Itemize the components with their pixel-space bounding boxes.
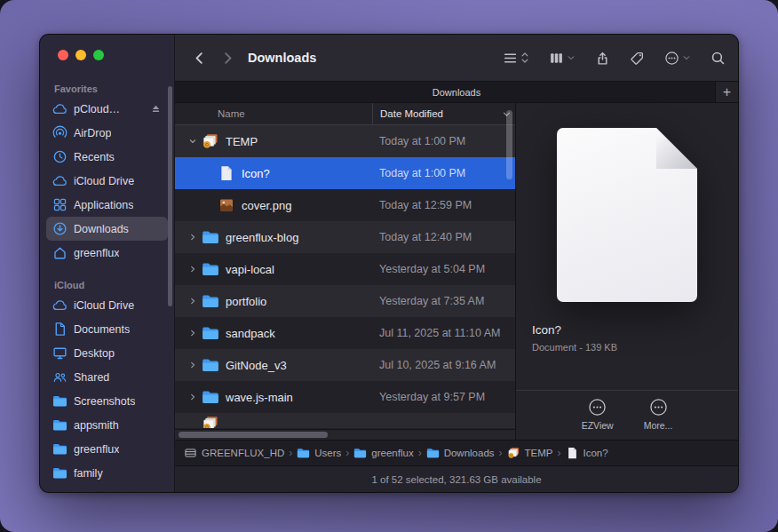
preview-action-label: EZView [582,420,614,431]
sidebar-item-downloads[interactable]: Downloads [46,217,168,241]
file-row-gitnode-v3[interactable]: GitNode_v3Jul 10, 2025 at 9:16 AM [175,349,515,381]
traffic-lights [40,35,174,75]
toolbar-list-view-button[interactable] [503,51,529,66]
folder-icon [426,447,440,459]
horizontal-scrollbar[interactable] [179,432,328,438]
toolbar: Downloads [175,35,738,81]
preview-action-label: More... [644,420,673,431]
file-doc-icon [218,165,235,181]
preview-pane: Icon? Document - 139 KB EZViewMore... [516,103,738,440]
sidebar-item-greenflux[interactable]: greenflux [46,241,168,265]
file-date-modified: Today at 1:00 PM [379,135,465,147]
tab-downloads[interactable]: Downloads [433,87,480,98]
sidebar-item-appsmith[interactable]: appsmith [46,413,168,437]
toolbar-tag-button[interactable] [630,51,645,66]
folder-icon [52,417,67,433]
sidebar-item-screenshots[interactable]: Screenshots [46,389,168,413]
path-item-greenflux[interactable]: greenflux [353,447,413,459]
preview-action-ezview[interactable]: EZView [582,398,614,431]
sidebar-section-title: iCloud [40,277,174,293]
preview-file-info: Document - 139 KB [532,342,738,353]
folder-icon [202,229,219,245]
column-header-date-label: Date Modified [380,108,443,119]
file-row-portfolio[interactable]: portfolioYesterday at 7:35 AM [175,285,515,317]
path-item-greenflux-hd[interactable]: GREENFLUX_HD [184,447,284,459]
minimize-button[interactable] [75,50,86,60]
file-row-vapi-local[interactable]: vapi-localYesterday at 5:04 PM [175,253,515,285]
file-row-wave-js-main[interactable]: wave.js-mainYesterday at 9:57 PM [175,381,515,413]
column-header-date-modified[interactable]: Date Modified [372,103,515,124]
file-doc-icon [566,447,579,459]
status-bar: 1 of 52 selected, 321.63 GB available [175,465,738,492]
sidebar-item-label: Shared [74,371,109,384]
forward-button[interactable] [216,46,239,69]
disclosure-right-icon[interactable] [186,358,200,372]
preview-actions: EZViewMore... [516,390,738,440]
desktop-icon [52,345,67,361]
disclosure-down-icon[interactable] [186,134,200,148]
drive-icon [184,447,197,459]
updown-icon [520,51,529,65]
file-row-partial[interactable] [175,413,515,428]
sidebar-item-family[interactable]: family [46,461,168,485]
zoom-button[interactable] [93,50,104,60]
share-icon [595,51,610,66]
sidebar-item-label: pCloud… [74,103,120,115]
sidebar-item-icloud-drive[interactable]: iCloud Drive [46,293,168,317]
close-button[interactable] [58,50,68,60]
sidebar-section-favorites: FavoritespCloud…AirDropRecentsiCloud Dri… [40,75,174,265]
main-area: Downloads Downloads + Name Date Modified [175,35,738,492]
sidebar-scrollbar[interactable] [168,86,172,306]
disclosure-right-icon[interactable] [186,230,200,244]
toolbar-actions [503,51,726,66]
list-view-icon [503,51,518,66]
file-row-cover-png[interactable]: cover.pngToday at 12:59 PM [175,189,515,221]
page-fold [656,128,697,169]
toolbar-share-button[interactable] [595,51,610,66]
disclosure-right-icon[interactable] [186,294,200,308]
sidebar-item-icloud-drive[interactable]: iCloud Drive [46,169,168,193]
folder-icon [202,293,219,309]
file-date-modified: Today at 1:00 PM [379,167,465,179]
sidebar: FavoritespCloud…AirDropRecentsiCloud Dri… [40,35,175,492]
back-button[interactable] [187,46,210,69]
file-row-icon[interactable]: Icon?Today at 1:00 PM [175,157,515,189]
doc-outline-icon [52,322,67,337]
disclosure-spacer [202,198,216,212]
column-header-name[interactable]: Name [175,108,245,119]
preview-action-more[interactable]: More... [644,398,673,431]
path-item-downloads[interactable]: Downloads [426,447,495,459]
path-item-label: greenflux [371,448,413,458]
file-row-temp[interactable]: TEMPToday at 1:00 PM [175,125,515,157]
sidebar-item-airdrop[interactable]: AirDrop [46,121,168,145]
vertical-scrollbar[interactable] [506,110,512,179]
file-date-modified: Yesterday at 7:35 AM [379,295,484,307]
sidebar-item-recents[interactable]: Recents [46,145,168,169]
disclosure-right-icon[interactable] [186,390,200,404]
path-item-icon[interactable]: Icon? [566,447,608,459]
new-tab-button[interactable]: + [715,82,738,102]
disclosure-right-icon[interactable] [186,326,200,340]
sidebar-item-desktop[interactable]: Desktop [46,341,168,365]
file-name: cover.png [242,199,291,212]
chevron-left-icon [192,51,207,66]
disclosure-right-icon[interactable] [186,262,200,276]
sidebar-item-shared[interactable]: Shared [46,365,168,389]
sidebar-item-documents[interactable]: Documents [46,317,168,341]
toolbar-group-view-button[interactable] [549,51,576,66]
path-item-users[interactable]: Users [297,447,341,459]
sidebar-item-greenflux[interactable]: greenflux [46,437,168,461]
sidebar-item-applications[interactable]: Applications [46,193,168,217]
path-separator: › [499,447,503,459]
path-separator: › [558,447,561,459]
file-row-greenflux-blog[interactable]: greenflux-blogToday at 12:40 PM [175,221,515,253]
sidebar-item-pcloud[interactable]: pCloud… [46,97,168,121]
path-item-temp[interactable]: TEMP [507,447,553,459]
sidebar-item-label: Screenshots [74,395,135,408]
file-row-sandpack[interactable]: sandpackJul 11, 2025 at 11:10 AM [175,317,515,349]
toolbar-search-button[interactable] [711,51,726,66]
toolbar-more-circle-button[interactable] [664,51,691,66]
file-date-modified: Yesterday at 9:57 PM [379,391,485,403]
file-name: Icon? [242,167,270,180]
folder-icon [202,325,219,341]
